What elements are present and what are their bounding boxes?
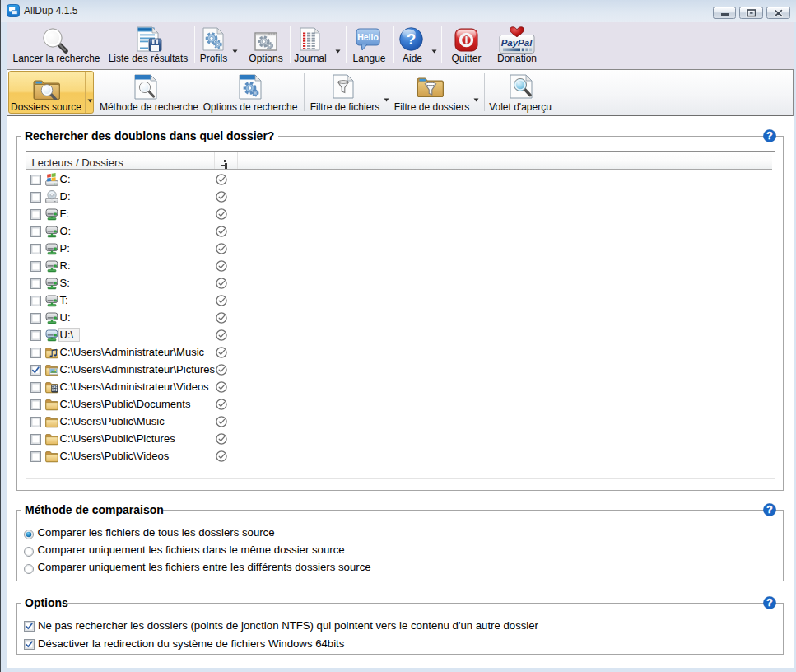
svg-text:?: ?	[766, 504, 772, 516]
svg-text:PayPal: PayPal	[501, 38, 533, 48]
svg-text:Hello: Hello	[357, 32, 379, 42]
svg-text:?: ?	[766, 597, 772, 609]
svg-text:?: ?	[766, 130, 772, 142]
svg-text:?: ?	[407, 30, 417, 48]
